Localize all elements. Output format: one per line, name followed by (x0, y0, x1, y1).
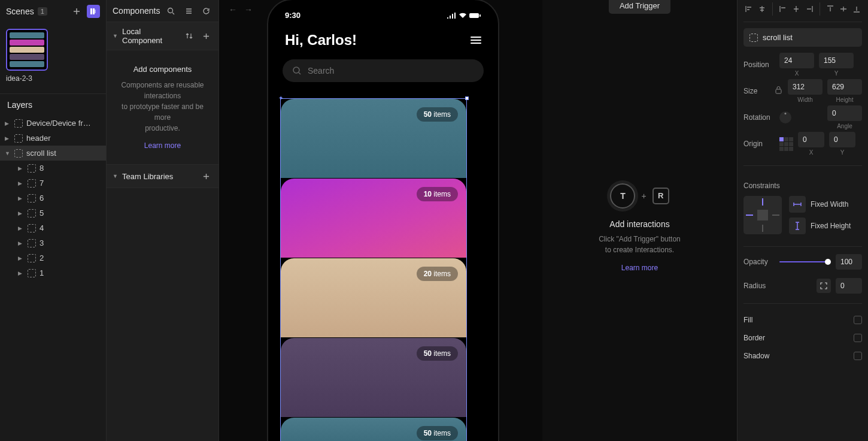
canvas-nav: ← → (229, 5, 253, 14)
height-input[interactable] (827, 79, 862, 95)
angle-input[interactable] (827, 105, 862, 121)
nav-forward-button[interactable]: → (244, 5, 253, 14)
scene-thumbnail[interactable] (6, 29, 48, 71)
align-center-button[interactable] (791, 2, 802, 16)
add-local-component-button[interactable] (199, 29, 213, 43)
opacity-input[interactable] (836, 254, 862, 270)
border-checkbox[interactable] (854, 334, 862, 342)
origin-y-input[interactable] (829, 132, 855, 147)
scroll-list-selection[interactable]: ✦ 50 items10 items20 items50 items50 ite… (280, 98, 467, 441)
layer-row[interactable]: ▶header (0, 131, 106, 146)
align-middle-button[interactable] (838, 2, 849, 16)
frame-icon (28, 194, 36, 203)
layer-label: 3 (40, 238, 44, 247)
components-title: Components (113, 6, 160, 16)
rotation-dial[interactable] (779, 111, 791, 123)
chevron-icon: ▶ (18, 180, 24, 186)
team-libraries-label: Team Libraries (122, 172, 196, 181)
interactions-learn-more-link[interactable]: Learn more (621, 264, 658, 272)
learn-more-link[interactable]: Learn more (144, 141, 181, 150)
position-y-input[interactable] (819, 53, 854, 68)
width-input[interactable] (788, 79, 823, 95)
layer-row[interactable]: ▶4 (0, 220, 106, 235)
shadow-checkbox[interactable] (854, 352, 862, 360)
search-components-button[interactable] (165, 4, 177, 17)
card[interactable]: 20 items (281, 258, 466, 337)
align-right-button[interactable] (804, 2, 815, 16)
card[interactable]: 50 items (281, 418, 466, 441)
align-left2-button[interactable] (778, 2, 788, 16)
card[interactable]: 50 items (281, 338, 466, 417)
frame-icon (28, 269, 36, 277)
svg-rect-1 (93, 8, 95, 14)
components-empty-state: Add components Components are reusable i… (107, 50, 218, 164)
frame-icon (28, 179, 36, 188)
position-x-input[interactable] (779, 53, 814, 68)
layer-row[interactable]: ▶Device/Device fr… (0, 116, 106, 131)
layer-row[interactable]: ▶3 (0, 235, 106, 250)
origin-picker[interactable] (779, 137, 793, 151)
search-placeholder: Search (308, 66, 334, 75)
layer-row[interactable]: ▼scroll list (0, 146, 106, 161)
layer-row[interactable]: ▶2 (0, 250, 106, 265)
frame-icon (14, 134, 23, 143)
add-scene-button[interactable] (70, 5, 83, 18)
opacity-label: Opacity (743, 258, 775, 266)
card[interactable]: 50 items (281, 99, 466, 178)
radius-input[interactable] (836, 278, 862, 294)
layer-row[interactable]: ▶8 (0, 161, 106, 176)
fixed-width-icon[interactable] (789, 196, 806, 213)
interactions-title: Add interactions (609, 219, 669, 229)
layer-row[interactable]: ▶7 (0, 176, 106, 191)
list-view-button[interactable] (183, 4, 195, 17)
align-center-h-button[interactable] (757, 2, 767, 16)
lock-icon[interactable] (775, 86, 782, 96)
greeting-text: Hi, Carlos! (285, 32, 357, 49)
layer-row[interactable]: ▶6 (0, 191, 106, 206)
local-component-section[interactable]: ▼ Local Component (107, 22, 218, 50)
frame-icon (14, 119, 23, 128)
scenes-title: Scenes (6, 7, 34, 16)
chevron-icon: ▶ (5, 135, 11, 141)
fixed-height-icon[interactable] (789, 218, 806, 234)
opacity-slider[interactable] (779, 261, 831, 262)
align-top-button[interactable] (825, 2, 836, 16)
card-badge: 50 items (417, 107, 458, 122)
align-left-button[interactable] (743, 2, 754, 16)
sort-button[interactable] (183, 29, 196, 43)
canvas[interactable]: ← → 9:30 Hi, Carlos! Search (219, 0, 542, 441)
origin-x-input[interactable] (798, 132, 824, 147)
resize-handle[interactable] (465, 96, 469, 100)
card[interactable]: 10 items (281, 179, 466, 258)
selection-origin-icon: ✦ (278, 96, 283, 100)
device-frame: 9:30 Hi, Carlos! Search ✦ 50 items10 ite… (267, 0, 499, 441)
layer-row[interactable]: ▶5 (0, 206, 106, 220)
nav-back-button[interactable]: ← (229, 5, 237, 14)
align-bottom-button[interactable] (851, 2, 862, 16)
fill-checkbox[interactable] (854, 316, 862, 324)
border-label: Border (743, 334, 765, 342)
hamburger-icon[interactable] (471, 37, 481, 44)
scenes-view-toggle[interactable] (87, 5, 100, 18)
components-header: Components (107, 0, 218, 22)
frame-icon (28, 164, 36, 173)
layer-label: 5 (40, 209, 44, 218)
search-input[interactable]: Search (283, 59, 484, 82)
chevron-icon: ▶ (18, 270, 24, 276)
team-libraries-section[interactable]: ▼ Team Libraries (107, 164, 218, 188)
add-trigger-button[interactable]: Add Trigger (609, 0, 670, 14)
layer-row[interactable]: ▶1 (0, 265, 106, 280)
search-icon (167, 7, 175, 15)
search-icon (292, 66, 302, 75)
radius-corners-icon[interactable] (817, 279, 831, 293)
add-team-library-button[interactable] (199, 170, 213, 183)
refresh-button[interactable] (200, 4, 213, 17)
scenes-header: Scenes 1 (0, 0, 106, 23)
position-label: Position (743, 61, 775, 69)
bars-icon (90, 8, 97, 15)
svg-rect-3 (469, 13, 479, 18)
constraint-picker[interactable] (743, 196, 782, 234)
chevron-icon: ▶ (18, 240, 24, 246)
status-time: 9:30 (285, 11, 301, 20)
response-icon: R (652, 188, 669, 204)
